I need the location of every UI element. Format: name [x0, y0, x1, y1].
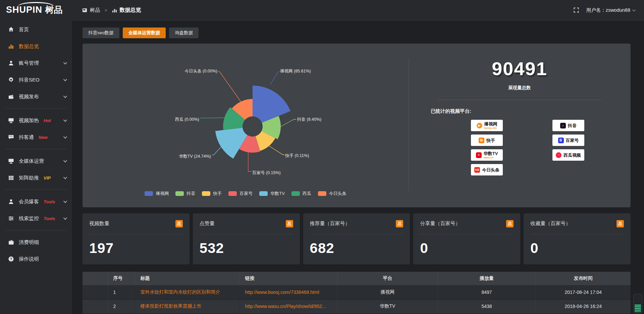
cell-title[interactable]: 室外水纹灯和室内水纹灯的区别和简介 [135, 285, 239, 299]
sidebar-item-label: 矩阵助推 [19, 175, 39, 181]
pie-label-抖音: 抖音 (9.40%) [297, 117, 321, 122]
column-header-发布时间: 发布时间 [536, 272, 631, 285]
sidebar-item-label: 操作说明 [19, 256, 39, 262]
rose-chart-svg[interactable]: 播视网 (65.61%)抖音 (9.40%)快手 (0.11%)百家号 (0.1… [83, 44, 409, 207]
sidebar-item-视频加热[interactable]: 视频加热Hot [0, 112, 72, 129]
chevron-down-icon [63, 216, 67, 220]
cell-link[interactable]: http://www.wasu.cn/Play/show/id/952... [239, 299, 337, 313]
cell-plays: 5438 [438, 299, 536, 313]
platform-badge-西瓜视频[interactable]: ◔ 西瓜视频 [552, 149, 584, 161]
platform-badge-播视网[interactable]: ▶ 播视网boosj.com [471, 120, 503, 131]
sidebar-item-label: 数据总览 [19, 43, 39, 50]
grid-icon [8, 175, 14, 181]
platform-name: 今日头条 [482, 168, 499, 172]
breadcrumb-root-icon [82, 8, 87, 13]
sidebar-item-账号管理[interactable]: 账号管理 [0, 55, 72, 71]
cell-platform: 播视网 [337, 285, 438, 299]
column-header-平台: 平台 [337, 272, 438, 285]
sidebar-item-消费明细[interactable]: 消费明细 [0, 234, 72, 251]
menu-badge: New [39, 135, 48, 140]
select-all-header[interactable] [83, 272, 108, 285]
legend-item-今日头条[interactable]: 今日头条 [318, 191, 346, 197]
breadcrumb-item-home[interactable]: 树品 [90, 7, 100, 13]
platform-name: 西瓜视频 [564, 153, 581, 157]
main-content: 抖音seo数据全媒体运营数据询盘数据 播视网 (65.61%)抖音 (9.40%… [72, 20, 644, 314]
sidebar-item-矩阵助推[interactable]: 矩阵助推VIP [0, 169, 72, 186]
total-badge[interactable]: 总 [175, 220, 183, 227]
column-header-序号: 序号 [108, 272, 135, 285]
platform-badge-百家号[interactable]: 百 百家号 [552, 135, 584, 146]
app-logo: SHUPIN 树品 [0, 0, 72, 18]
platform-badge-抖音[interactable]: ♪ 抖音 [552, 120, 584, 131]
video-table: 序号标题链接平台播放量发布时间 1 室外水纹灯和室内水纹灯的区别和简介 http… [83, 272, 631, 314]
fullscreen-icon[interactable] [574, 7, 579, 13]
stat-card-value: 682 [310, 240, 404, 256]
pie-label-西瓜: 西瓜 (0.00%) [175, 117, 199, 122]
legend-swatch [259, 191, 268, 196]
pie-label-快手: 快手 (0.11%) [285, 153, 309, 158]
legend-item-西瓜[interactable]: 西瓜 [291, 191, 311, 197]
sidebar-item-线索监控[interactable]: 线索监控Tools [0, 210, 72, 227]
cell-link[interactable]: http://www.boosj.com/7338468.html [239, 285, 337, 299]
platform-name: 百家号 [566, 138, 579, 143]
stat-cards-row: 视频数量 总 197 点赞量 总 532 推荐量（百家号） 总 682 分享量（… [83, 213, 631, 264]
floating-indicator-widget[interactable] [633, 294, 642, 313]
xigua-icon: ◔ [556, 152, 561, 158]
legend-label: 华数TV [270, 191, 285, 197]
sidebar-item-label: 抖客通 [19, 134, 34, 141]
stat-card-header: 视频数量 总 [89, 213, 183, 234]
stat-card-value: 532 [200, 240, 293, 256]
tab-询盘数据[interactable]: 询盘数据 [169, 28, 199, 38]
chevron-down-icon [63, 175, 67, 179]
douyin-icon: ♪ [560, 123, 566, 128]
sliders-icon [8, 215, 14, 221]
stat-card-header: 推荐量（百家号） 总 [310, 213, 404, 234]
table-row: 1 室外水纹灯和室内水纹灯的区别和简介 http://www.boosj.com… [83, 285, 631, 299]
home-icon [8, 27, 14, 33]
menu-badge: VIP [44, 175, 51, 180]
sidebar-item-数据总览[interactable]: 数据总览 [0, 38, 72, 55]
platform-badge-快手[interactable]: 快 快手 [471, 135, 503, 146]
legend-item-抖音[interactable]: 抖音 [175, 191, 195, 197]
legend-item-百家号[interactable]: 百家号 [228, 191, 253, 197]
cell-no: 1 [108, 285, 135, 299]
platform-badge-华数TV[interactable]: ✳ 华数TVwasu.cn [471, 149, 503, 161]
level-stripes [635, 305, 641, 312]
total-badge[interactable]: 总 [396, 220, 403, 227]
sidebar-item-会员爆客[interactable]: 会员爆客Tools [0, 193, 72, 210]
sidebar-item-视频发布[interactable]: 视频发布 [0, 88, 72, 105]
caret-down-icon [632, 8, 636, 11]
tab-抖音seo数据[interactable]: 抖音seo数据 [83, 28, 119, 38]
legend-item-快手[interactable]: 快手 [202, 191, 222, 197]
chevron-down-icon [63, 159, 67, 162]
legend-swatch [145, 191, 153, 196]
label-line-快手 [269, 146, 284, 155]
stat-card-header: 分享量（百家号） 总 [420, 213, 514, 234]
data-tabs: 抖音seo数据全媒体运营数据询盘数据 [83, 28, 631, 38]
label-line-百家号 [248, 152, 252, 171]
sidebar-item-首页[interactable]: 首页 [0, 21, 72, 38]
cell-title[interactable]: 楼体投影灯投影效果震撼上市 [135, 299, 239, 313]
legend-label: 今日头条 [329, 191, 346, 197]
total-badge[interactable]: 总 [616, 220, 624, 227]
total-badge[interactable]: 总 [286, 220, 293, 227]
tab-全媒体运营数据[interactable]: 全媒体运营数据 [123, 28, 166, 38]
legend-item-播视网[interactable]: 播视网 [145, 191, 169, 197]
legend-label: 西瓜 [303, 191, 311, 197]
member-icon [8, 199, 14, 205]
legend-item-华数TV[interactable]: 华数TV [259, 191, 285, 197]
sidebar-item-label: 会员爆客 [19, 199, 39, 205]
sidebar-item-抖客通[interactable]: 抖客通New [0, 129, 72, 146]
divider [438, 100, 601, 100]
sidebar-item-操作说明[interactable]: ? 操作说明 [0, 251, 72, 267]
platform-badge-今日头条[interactable]: 头条 今日头条 [471, 164, 503, 175]
sidebar-item-抖音SEO[interactable]: 抖音SEO [0, 71, 72, 88]
chevron-down-icon [63, 77, 67, 81]
cell-time: 2017-08-24 17:04 [536, 285, 631, 299]
label-line-抖音 [281, 119, 296, 126]
total-badge[interactable]: 总 [506, 220, 514, 227]
user-menu[interactable]: 用户名：zswodun88 [586, 7, 635, 13]
sidebar-item-全媒体运营[interactable]: 全媒体运营 [0, 153, 72, 169]
legend-swatch [202, 191, 210, 196]
total-impressions-label: 展现量总数 [409, 85, 631, 91]
